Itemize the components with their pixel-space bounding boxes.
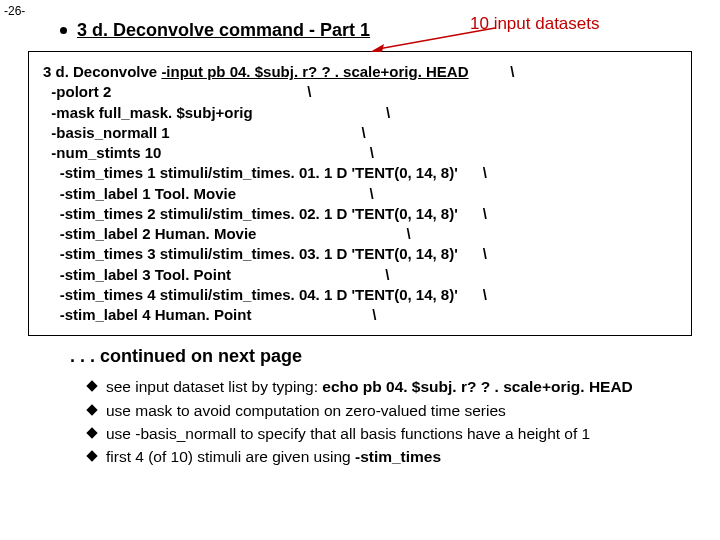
cmd-input-arg: -input pb 04. $subj. r? ? . scale+orig. … <box>161 63 468 80</box>
bullet-icon <box>60 27 67 34</box>
cmd-name: 3 d. Deconvolve <box>43 63 161 80</box>
diamond-icon <box>86 427 97 438</box>
code-line: -stim_label 4 Human. Point \ <box>43 305 683 325</box>
code-line: -stim_times 3 stimuli/stim_times. 03. 1 … <box>43 244 683 264</box>
note-text-bold: -stim_times <box>355 448 441 465</box>
code-block: 3 d. Deconvolve -input pb 04. $subj. r? … <box>28 51 692 336</box>
note-item: use mask to avoid computation on zero-va… <box>88 399 692 422</box>
code-line: -stim_label 2 Human. Movie \ <box>43 224 683 244</box>
note-item: first 4 (of 10) stimuli are given using … <box>88 445 692 468</box>
code-line: -stim_label 1 Tool. Movie \ <box>43 184 683 204</box>
note-text: first 4 (of 10) stimuli are given using … <box>106 445 441 468</box>
cmd-cont: \ <box>469 63 515 80</box>
note-text-bold: echo pb 04. $subj. r? ? . scale+orig. HE… <box>322 378 633 395</box>
continued-text: . . . continued on next page <box>0 340 720 369</box>
slide-heading: 3 d. Deconvolve command - Part 1 <box>77 20 370 41</box>
note-text: use mask to avoid computation on zero-va… <box>106 399 506 422</box>
note-text: see input dataset list by typing: echo p… <box>106 375 633 398</box>
diamond-icon <box>86 404 97 415</box>
code-line: -polort 2 \ <box>43 82 683 102</box>
code-line: -basis_normall 1 \ <box>43 123 683 143</box>
header-row: 3 d. Deconvolve command - Part 1 10 inpu… <box>0 0 720 45</box>
svg-marker-1 <box>370 44 384 52</box>
code-line: -stim_label 3 Tool. Point \ <box>43 265 683 285</box>
code-line: 3 d. Deconvolve -input pb 04. $subj. r? … <box>43 62 683 82</box>
code-line: -mask full_mask. $subj+orig \ <box>43 103 683 123</box>
note-item: use -basis_normall to specify that all b… <box>88 422 692 445</box>
code-line: -num_stimts 10 \ <box>43 143 683 163</box>
note-text-part: first 4 (of 10) stimuli are given using <box>106 448 355 465</box>
code-line: -stim_times 2 stimuli/stim_times. 02. 1 … <box>43 204 683 224</box>
code-line: -stim_times 4 stimuli/stim_times. 04. 1 … <box>43 285 683 305</box>
arrow-icon <box>370 26 500 52</box>
diamond-icon <box>86 450 97 461</box>
notes-list: see input dataset list by typing: echo p… <box>0 369 720 468</box>
diamond-icon <box>86 381 97 392</box>
note-text: use -basis_normall to specify that all b… <box>106 422 590 445</box>
note-item: see input dataset list by typing: echo p… <box>88 375 692 398</box>
svg-line-0 <box>378 28 495 49</box>
code-line: -stim_times 1 stimuli/stim_times. 01. 1 … <box>43 163 683 183</box>
note-text-part: see input dataset list by typing: <box>106 378 322 395</box>
